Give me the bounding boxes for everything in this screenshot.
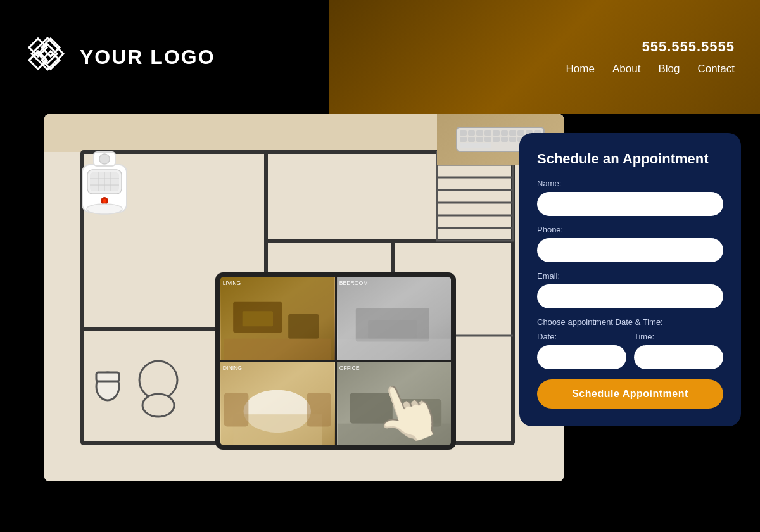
email-label: Email: [537,271,723,281]
header-menu: Home About Blog Contact [566,63,735,75]
date-time-labels: Date: Time: [537,332,723,341]
svg-rect-42 [243,311,273,326]
svg-point-37 [87,204,122,214]
phone-input[interactable] [537,238,723,262]
sensor-device [76,146,133,215]
svg-rect-49 [337,339,450,360]
svg-rect-54 [224,393,249,426]
nav-contact[interactable]: Contact [697,63,735,75]
header-phone: 555.555.5555 [642,39,735,55]
name-input[interactable] [537,192,723,216]
time-col [634,345,723,369]
svg-rect-18 [96,372,119,381]
name-label: Name: [537,179,723,188]
email-input[interactable] [537,284,723,308]
nav-home[interactable]: Home [566,63,595,75]
logo-icon [25,35,70,79]
appointment-form-card: Schedule an Appointment Name: Phone: Ema… [519,133,741,426]
hero-image: LIVING BEDROOM [44,114,564,481]
logo-text: YOUR LOGO [80,46,215,69]
form-title: Schedule an Appointment [537,151,723,167]
datetime-section-label: Choose appointment Date & Time: [537,317,723,327]
date-time-inputs [537,345,723,369]
tablet-camera-view: LIVING BEDROOM [215,272,456,450]
header: YOUR LOGO 555.555.5555 Home About Blog C… [0,0,760,114]
svg-point-36 [103,199,106,203]
nav-about[interactable]: About [612,63,640,75]
svg-text:BEDROOM: BEDROOM [339,280,367,286]
main-area: LIVING BEDROOM [0,114,760,532]
svg-point-16 [142,394,174,417]
svg-rect-44 [224,339,331,360]
svg-rect-43 [288,314,319,339]
nav-blog[interactable]: Blog [658,63,680,75]
header-nav: 555.555.5555 Home About Blog Contact [329,0,760,114]
phone-label: Phone: [537,225,723,234]
date-col [537,345,626,369]
svg-text:OFFICE: OFFICE [339,364,359,370]
time-input[interactable] [634,345,723,369]
svg-text:LIVING: LIVING [223,280,241,286]
svg-rect-48 [368,320,417,339]
camera-feed-2: BEDROOM [337,277,452,360]
date-input[interactable] [537,345,626,369]
time-label: Time: [634,332,723,341]
date-label: Date: [537,332,626,341]
logo-section: YOUR LOGO [0,0,329,114]
svg-rect-55 [307,393,331,426]
schedule-appointment-button[interactable]: Schedule Appointment [537,379,723,408]
camera-feed-1: LIVING [220,277,335,360]
svg-text:DINING: DINING [223,364,243,370]
svg-point-39 [99,154,110,164]
camera-feed-3: DINING [220,362,335,445]
